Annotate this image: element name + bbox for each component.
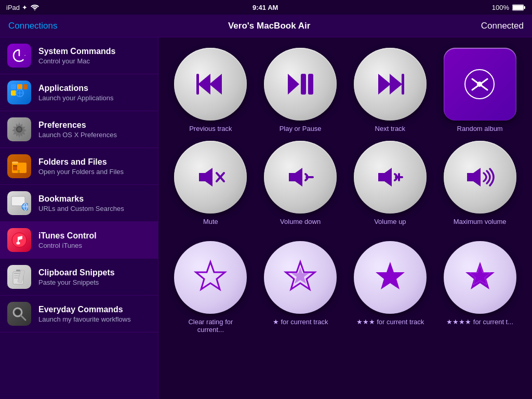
prev-track-label: Previous track <box>189 125 232 132</box>
max-volume-icon <box>463 161 497 194</box>
one-star-icon <box>282 259 318 296</box>
connection-status: Connected <box>481 21 524 31</box>
play-pause-container[interactable]: Play or Pause <box>259 48 342 132</box>
svg-rect-19 <box>18 170 20 173</box>
sidebar-item-clipboard-snippets[interactable]: Clipboard Snippets Paste your Snippets <box>0 259 158 296</box>
prev-track-container[interactable]: Previous track <box>169 48 252 132</box>
next-track-button[interactable] <box>354 48 427 121</box>
svg-point-0 <box>34 9 35 10</box>
bookmark-globe-icon <box>10 194 28 212</box>
status-left: iPad ✦ <box>6 4 39 11</box>
battery-percent: 100% <box>492 4 509 11</box>
folders-title: Folders and Files <box>38 157 151 167</box>
mute-container[interactable]: Mute <box>169 141 252 225</box>
applications-icon <box>7 81 31 104</box>
svg-marker-60 <box>196 262 225 289</box>
folders-text: Folders and Files Open your Folders and … <box>38 157 151 176</box>
volume-down-container[interactable]: Volume down <box>259 141 342 225</box>
sidebar-item-bookmarks[interactable]: Bookmarks URLs and Custom Searches <box>0 185 158 222</box>
max-volume-button[interactable] <box>444 141 516 214</box>
star-outline-icon <box>192 259 229 296</box>
svg-marker-56 <box>378 168 392 187</box>
fast-forward-icon <box>373 68 407 101</box>
music-note-icon <box>11 232 28 248</box>
ipad-label: iPad ✦ <box>6 4 28 11</box>
svg-rect-3 <box>513 5 523 10</box>
play-pause-label: Play or Pause <box>280 125 322 132</box>
svg-marker-45 <box>390 74 402 95</box>
status-bar: iPad ✦ 9:41 AM 100% <box>0 0 532 15</box>
itunes-icon <box>7 228 31 252</box>
power-icon <box>12 48 26 63</box>
one-star-button[interactable] <box>264 241 337 314</box>
sidebar-item-applications[interactable]: Applications Launch your Applications <box>0 74 158 111</box>
itunes-subtitle: Control iTunes <box>38 242 151 249</box>
svg-marker-54 <box>289 168 302 187</box>
svg-rect-9 <box>11 90 16 96</box>
play-pause-button[interactable] <box>264 48 337 121</box>
everyday-icon <box>7 302 31 326</box>
four-star-container[interactable]: ★★★★ for current t... <box>438 241 522 334</box>
svg-rect-34 <box>16 270 20 271</box>
svg-marker-39 <box>209 74 222 95</box>
random-album-label: Random album <box>457 125 503 132</box>
clear-rating-button[interactable] <box>174 241 247 314</box>
svg-rect-40 <box>196 74 199 95</box>
four-star-button[interactable] <box>444 241 516 314</box>
volume-up-icon <box>373 161 407 194</box>
random-album-button[interactable] <box>444 48 516 121</box>
wifi-icon <box>31 4 39 10</box>
volume-down-label: Volume down <box>280 218 321 225</box>
one-star-container[interactable]: ★ for current track <box>259 241 342 334</box>
sidebar-item-folders-files[interactable]: Folders and Files Open your Folders and … <box>0 148 158 185</box>
sidebar-item-everyday-commands[interactable]: Everyday Commands Launch my favourite wo… <box>0 296 158 332</box>
main-layout: System Commands Control your Mac Applica… <box>0 37 532 399</box>
applications-text: Applications Launch your Applications <box>38 84 151 102</box>
three-star-label: ★★★ for current track <box>356 318 424 326</box>
four-star-icon <box>462 259 498 296</box>
volume-down-button[interactable] <box>264 141 337 214</box>
random-album-container[interactable]: Random album <box>438 48 522 132</box>
prev-track-button[interactable] <box>174 48 247 121</box>
sidebar-item-system-commands[interactable]: System Commands Control your Mac <box>0 37 158 74</box>
svg-marker-41 <box>288 74 299 95</box>
svg-rect-16 <box>12 162 18 164</box>
mute-icon <box>194 161 228 194</box>
bookmarks-text: Bookmarks URLs and Custom Searches <box>38 194 151 212</box>
volume-down-icon <box>284 161 317 194</box>
sidebar-item-preferences[interactable]: Preferences Launch OS X Preferences <box>0 111 158 148</box>
bookmarks-icon <box>7 191 31 215</box>
bookmarks-subtitle: URLs and Custom Searches <box>38 205 151 212</box>
volume-up-label: Volume up <box>374 218 406 225</box>
preferences-icon <box>7 117 31 141</box>
everyday-text: Everyday Commands Launch my favourite wo… <box>38 305 151 323</box>
sidebar-item-itunes-control[interactable]: iTunes Control Control iTunes <box>0 222 158 259</box>
three-star-button[interactable] <box>354 241 427 314</box>
status-right: 100% <box>492 4 526 11</box>
clear-rating-container[interactable]: Clear rating for current... <box>169 241 252 334</box>
svg-point-50 <box>477 82 482 87</box>
mute-button[interactable] <box>174 141 247 214</box>
svg-line-37 <box>21 315 25 320</box>
volume-up-button[interactable] <box>354 141 427 214</box>
system-commands-text: System Commands Control your Mac <box>38 47 151 65</box>
folders-subtitle: Open your Folders and Files <box>38 168 151 176</box>
mute-label: Mute <box>203 218 218 225</box>
svg-marker-44 <box>378 74 391 95</box>
connections-button[interactable]: Connections <box>8 21 58 31</box>
three-star-container[interactable]: ★★★ for current track <box>349 241 432 334</box>
everyday-subtitle: Launch my favourite workflows <box>38 315 151 323</box>
rating-button-grid: Clear rating for current... ★ for curren… <box>169 241 522 334</box>
svg-rect-18 <box>13 165 17 166</box>
one-star-label: ★ for current track <box>273 318 328 326</box>
svg-marker-38 <box>198 74 210 95</box>
bookmarks-title: Bookmarks <box>38 194 151 204</box>
system-commands-title: System Commands <box>38 47 151 56</box>
clipboard-text: Clipboard Snippets Paste your Snippets <box>38 268 151 286</box>
next-track-container[interactable]: Next track <box>349 48 432 132</box>
content-area: Previous track Play or Pause <box>158 37 532 399</box>
preferences-text: Preferences Launch OS X Preferences <box>38 121 151 139</box>
volume-up-container[interactable]: Volume up <box>349 141 432 225</box>
itunes-title: iTunes Control <box>38 231 151 241</box>
max-volume-container[interactable]: Maximum volume <box>438 141 522 225</box>
